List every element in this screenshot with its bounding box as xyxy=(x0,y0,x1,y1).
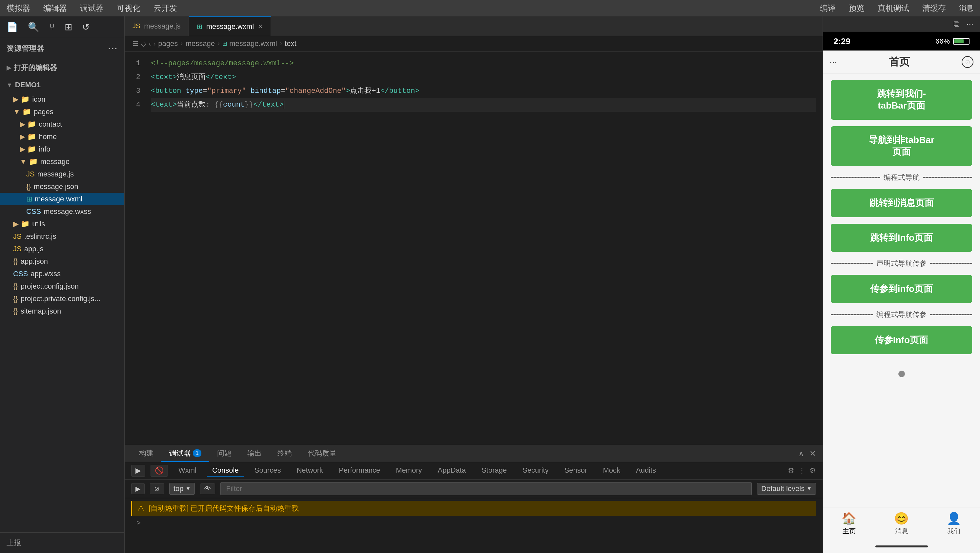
breadcrumb-forward-icon[interactable]: › xyxy=(153,40,156,48)
tree-item-contact[interactable]: ▶ 📁 contact xyxy=(0,118,124,130)
tree-item-sitemap[interactable]: {} sitemap.json xyxy=(0,305,124,318)
git-icon[interactable]: ⑂ xyxy=(49,22,55,32)
menu-item-debugger[interactable]: 调试器 xyxy=(80,3,103,13)
resource-manager-more[interactable]: ··· xyxy=(108,43,118,54)
open-editors-section[interactable]: ▶ 打开的编辑器 xyxy=(0,59,124,77)
clear-console-button[interactable]: 🚫 xyxy=(151,465,168,477)
refresh-icon[interactable]: ↺ xyxy=(82,22,89,32)
layout-icon[interactable]: ⊞ xyxy=(65,22,72,32)
breadcrumb-wxml[interactable]: ⊞ message.wxml xyxy=(223,39,277,48)
tree-item-home[interactable]: ▶ 📁 home xyxy=(0,130,124,143)
tree-item-info[interactable]: ▶ 📁 info xyxy=(0,143,124,156)
tree-item-message-wxml[interactable]: ⊞ message.wxml xyxy=(0,193,124,205)
tab-close-button[interactable]: ✕ xyxy=(258,23,263,30)
console-tab-memory[interactable]: Memory xyxy=(391,465,427,477)
breadcrumb-back-icon[interactable]: ‹ xyxy=(149,40,151,48)
nav-item-home[interactable]: 🏠 主页 xyxy=(823,507,875,540)
console-tab-security[interactable]: Security xyxy=(517,465,554,477)
tree-item-pages[interactable]: ▼ 📁 pages xyxy=(0,106,124,118)
panel-close-icon[interactable]: ✕ xyxy=(810,449,816,458)
menu-item-clear[interactable]: 清缓存 xyxy=(922,3,946,13)
menu-item-compile[interactable]: 编译 xyxy=(820,3,836,13)
line-numbers: 1 2 3 4 xyxy=(125,51,144,445)
btn-pass-info-page[interactable]: 传参Info页面 xyxy=(831,326,972,354)
console-run-button[interactable]: ▶ xyxy=(131,483,145,494)
panel-chevron-up-icon[interactable]: ∧ xyxy=(798,449,804,458)
menu-item-cloud[interactable]: 云开发 xyxy=(153,3,177,13)
settings-icon[interactable]: ⚙ xyxy=(788,466,794,475)
console-tab-storage[interactable]: Storage xyxy=(476,465,512,477)
tree-item-appjs[interactable]: JS app.js xyxy=(0,243,124,255)
tree-item-message-js[interactable]: JS message.js xyxy=(0,168,124,180)
console-prohibit-button[interactable]: ⊘ xyxy=(150,483,164,494)
more-options-icon[interactable]: ⋮ xyxy=(798,466,805,475)
sim-split-icon[interactable]: ⧉ xyxy=(953,19,960,29)
panel-tab-terminal[interactable]: 终端 xyxy=(270,445,300,462)
tab-message-wxml[interactable]: ⊞ message.wxml ✕ xyxy=(189,16,271,36)
console-prompt[interactable]: > xyxy=(131,516,816,530)
menu-item-visualize[interactable]: 可视化 xyxy=(117,3,140,13)
nav-circle-button[interactable]: ⊙ xyxy=(962,56,974,68)
console-tab-mock[interactable]: Mock xyxy=(598,465,625,477)
breadcrumb-pages[interactable]: pages xyxy=(158,39,178,48)
tree-item-message[interactable]: ▼ 📁 message xyxy=(0,156,124,168)
panel-tab-code-quality[interactable]: 代码质量 xyxy=(300,445,344,462)
menu-item-simulator[interactable]: 模拟器 xyxy=(6,3,30,13)
breadcrumb-bookmark-icon: ◇ xyxy=(141,40,146,48)
panel-tabs: 构建 调试器 1 问题 输出 终端 代码质量 xyxy=(125,445,822,462)
eye-icon[interactable]: 👁 xyxy=(200,483,215,494)
console-tab-sources[interactable]: Sources xyxy=(249,465,286,477)
console-tab-audits[interactable]: Audits xyxy=(631,465,661,477)
btn-non-tabbar[interactable]: 导航到非tabBar 页面 xyxy=(831,126,972,166)
menu-item-editor[interactable]: 编辑器 xyxy=(43,3,67,13)
breadcrumb-text[interactable]: text xyxy=(285,39,296,48)
resource-manager-header: 资源管理器 ··· xyxy=(0,38,124,59)
nav-item-us[interactable]: 👤 我们 xyxy=(928,507,980,540)
tab-message-js[interactable]: JS message.js xyxy=(125,16,189,36)
btn-tabbar[interactable]: 跳转到我们- tabBar页面 xyxy=(831,80,972,120)
search-icon[interactable]: 🔍 xyxy=(28,22,39,32)
projconfig-file-icon: {} xyxy=(13,282,18,291)
panel-tab-output[interactable]: 输出 xyxy=(239,445,270,462)
btn-message-page[interactable]: 跳转到消息页面 xyxy=(831,189,972,217)
btn-info-page[interactable]: 跳转到Info页面 xyxy=(831,224,972,252)
levels-select[interactable]: Default levels ▼ xyxy=(757,483,816,494)
panel-tab-build[interactable]: 构建 xyxy=(131,445,161,462)
nav-dots-button[interactable]: ··· xyxy=(829,57,837,67)
menu-item-device-debug[interactable]: 真机调试 xyxy=(878,3,909,13)
nav-item-message[interactable]: 😊 消息 xyxy=(875,507,928,540)
tree-item-message-wxss[interactable]: CSS message.wxss xyxy=(0,205,124,218)
tree-item-message-json[interactable]: {} message.json xyxy=(0,180,124,193)
eslint-file-icon: JS xyxy=(13,232,22,241)
files-icon[interactable]: 📄 xyxy=(6,22,18,32)
filter-input[interactable] xyxy=(220,482,752,495)
tree-item-eslint[interactable]: JS .eslintrc.js xyxy=(0,230,124,243)
sim-more-icon[interactable]: ··· xyxy=(966,19,974,29)
console-tab-network[interactable]: Network xyxy=(291,465,328,477)
breadcrumb-message[interactable]: message xyxy=(186,39,215,48)
panel-tab-debugger[interactable]: 调试器 1 xyxy=(161,445,209,462)
demo1-section[interactable]: ▼ DEMO1 xyxy=(0,77,124,93)
tree-item-appjson[interactable]: {} app.json xyxy=(0,255,124,268)
exec-script-button[interactable]: ▶ xyxy=(131,465,145,477)
console-tab-performance[interactable]: Performance xyxy=(334,465,385,477)
console-tab-sensor[interactable]: Sensor xyxy=(559,465,593,477)
tree-item-project-private[interactable]: {} project.private.config.js... xyxy=(0,292,124,305)
appjson-file-icon: {} xyxy=(13,257,18,266)
panel-gear-icon[interactable]: ⚙ xyxy=(810,466,816,475)
console-tab-wxml[interactable]: Wxml xyxy=(173,465,202,477)
console-tab-appdata[interactable]: AppData xyxy=(433,465,471,477)
top-select-container[interactable]: top ▼ xyxy=(169,483,195,494)
app-title: 首页 xyxy=(837,55,962,69)
tree-item-utils[interactable]: ▶ 📁 utils xyxy=(0,218,124,230)
menu-item-preview[interactable]: 预览 xyxy=(849,3,865,13)
code-content[interactable]: <!--pages/message/message.wxml--> <text>… xyxy=(144,51,822,445)
console-tab-console[interactable]: Console xyxy=(207,465,244,477)
tree-item-icon[interactable]: ▶ 📁 icon xyxy=(0,93,124,106)
tree-item-project-config[interactable]: {} project.config.json xyxy=(0,280,124,292)
panel-tab-problems[interactable]: 问题 xyxy=(209,445,239,462)
console-toolbar: ▶ 🚫 Wxml Console Sources Network Perform… xyxy=(125,462,822,480)
tree-item-appwxss[interactable]: CSS app.wxss xyxy=(0,268,124,280)
home-icon: 🏠 xyxy=(842,512,856,526)
btn-pass-info[interactable]: 传参到info页面 xyxy=(831,275,972,303)
